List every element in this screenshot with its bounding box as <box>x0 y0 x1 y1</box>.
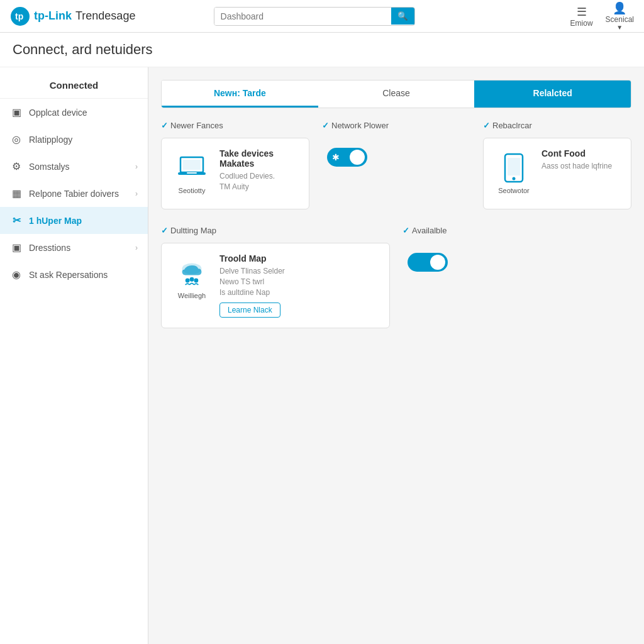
sidebar-item-opplcat[interactable]: ▣ Opplcat device <box>0 99 148 126</box>
chevron-right-icon: › <box>135 189 138 198</box>
svg-point-8 <box>513 177 516 180</box>
card-title-makates: Take devices Makates <box>219 148 299 169</box>
toggle-knob <box>350 150 365 165</box>
sidebar-item-rlatipplogy[interactable]: ◎ Rlatipplogy <box>0 126 148 153</box>
logo-text-bold: tp-Link <box>34 9 72 23</box>
available-toggle[interactable] <box>408 253 448 272</box>
header-right: ☰ Emiow 👤 Scenical ▼ <box>570 1 634 31</box>
search-button[interactable]: 🔍 <box>391 8 414 25</box>
card-icon-box-laptop: Seotiotty <box>172 148 212 199</box>
card-desc-3: Is aultdine Nap <box>219 287 379 298</box>
section-title-newer-fances: Newer Fances <box>161 121 309 130</box>
header-nav-emiow[interactable]: ☰ Emiow <box>570 5 593 28</box>
st-ask-icon: ◉ <box>10 269 23 280</box>
card-desc-1: Delve Tlinas Selder <box>219 266 379 277</box>
card-desc-cont-food: Aass ost hade lqfrine <box>541 161 621 172</box>
feature-col-1: Newer Fances Seotiotty <box>161 121 309 219</box>
tab-relalcted[interactable]: Relalcted <box>474 80 631 108</box>
feature-card-troold-map: Weilliegh Troold Map Delve Tlinas Selder… <box>161 243 390 328</box>
page-title-bar: Connect, ard netuiders <box>0 33 644 67</box>
relpone-icon: ▦ <box>10 187 23 199</box>
sidebar-item-somstalys[interactable]: ⚙ Somstalys › <box>0 153 148 180</box>
sidebar: Connected ▣ Opplcat device ◎ Rlatipplogy… <box>0 67 148 644</box>
dresstions-icon: ▣ <box>10 242 23 253</box>
chevron-right-icon: › <box>135 243 138 252</box>
sidebar-heading: Connected <box>0 72 148 99</box>
svg-rect-7 <box>508 158 520 175</box>
tab-clease[interactable]: Clease <box>318 80 475 108</box>
sidebar-item-label: Relpone Tabier doivers <box>29 189 119 199</box>
svg-text:tp: tp <box>15 11 23 21</box>
emiow-label: Emiow <box>570 19 593 28</box>
sidebar-item-dresstions[interactable]: ▣ Dresstions › <box>0 234 148 261</box>
feature-col-3: Rebaclrcar Seotwotor Cont F <box>483 121 631 219</box>
svg-rect-5 <box>187 172 197 174</box>
header-nav-scenical[interactable]: 👤 Scenical ▼ <box>606 1 634 31</box>
card-title-troold-map: Troold Map <box>219 253 379 264</box>
feature-col-2: Network Plower ✱ <box>322 121 470 219</box>
sidebar-item-label: St ask Repersations <box>29 270 108 280</box>
menu-icon: ☰ <box>577 5 587 19</box>
feature-half-2: Availalble <box>402 226 631 338</box>
section-title-network-plower: Network Plower <box>322 121 470 130</box>
sidebar-item-label: Rlatipplogy <box>29 135 72 145</box>
somstalys-icon: ⚙ <box>10 160 23 172</box>
phone-icon <box>499 153 529 183</box>
sidebar-item-label: 1 hUper Map <box>29 216 82 226</box>
tabs-row: Newн: Tarde Clease Relalcted <box>161 80 631 108</box>
feature-half-1: Dultting Map <box>161 226 390 338</box>
card-icon-label-weilliegh: Weilliegh <box>178 292 206 299</box>
opplcat-icon: ▣ <box>10 106 23 118</box>
chevron-down-icon: ▼ <box>616 24 623 31</box>
card-desc-1: Codlued Devies. <box>219 171 299 182</box>
chevron-right-icon: › <box>135 162 138 171</box>
card-icon-box-phone: Seotwotor <box>494 148 534 199</box>
svg-point-10 <box>186 279 190 283</box>
network-toggle[interactable]: ✱ <box>327 148 367 167</box>
svg-rect-3 <box>183 160 201 170</box>
card-icon-box-cloud: Weilliegh <box>172 253 212 304</box>
sidebar-item-label: Dresstions <box>29 243 70 253</box>
toggle-star-icon: ✱ <box>332 152 340 162</box>
card-body-troold-map: Troold Map Delve Tlinas Selder Newo TS t… <box>219 253 379 318</box>
card-desc-2: TM Auity <box>219 182 299 192</box>
tp-link-logo-icon: tp <box>10 6 30 26</box>
svg-point-11 <box>190 277 194 282</box>
sidebar-item-label: Somstalys <box>29 162 70 172</box>
feature-card-cont-food: Seotwotor Cont Food Aass ost hade lqfrin… <box>483 138 631 209</box>
card-body-cont-food: Cont Food Aass ost hade lqfrine <box>541 148 621 172</box>
upper-map-icon: ✂ <box>10 214 23 226</box>
sidebar-item-upper-map[interactable]: ✂ 1 hUper Map <box>0 207 148 234</box>
sidebar-item-label: Opplcat device <box>29 108 87 118</box>
rlatipplogy-icon: ◎ <box>10 133 23 145</box>
logo-area: tp tp-Link Trendesage <box>10 6 136 26</box>
laptop-icon <box>177 153 207 183</box>
main-layout: Connected ▣ Opplcat device ◎ Rlatipplogy… <box>0 67 644 644</box>
user-icon: 👤 <box>613 1 626 15</box>
logo-text-normal: Trendesage <box>75 9 135 23</box>
section-title-dultting-map: Dultting Map <box>161 226 390 235</box>
tab-newer-tarde[interactable]: Newн: Tarde <box>162 80 318 108</box>
search-input[interactable] <box>214 8 391 25</box>
svg-point-12 <box>194 279 198 283</box>
sidebar-item-relpone[interactable]: ▦ Relpone Tabier doivers › <box>0 180 148 207</box>
content-area: Newн: Tarde Clease Relalcted Newer Fance… <box>148 67 644 644</box>
cloud-people-icon <box>177 258 207 288</box>
search-icon: 🔍 <box>397 11 408 21</box>
card-body-makates: Take devices Makates Codlued Devies. TM … <box>219 148 299 192</box>
feature-card-makates: Seotiotty Take devices Makates Codlued D… <box>161 138 309 209</box>
toggle-knob-right <box>430 255 445 270</box>
feature-row-1: Newer Fances Seotiotty <box>161 121 631 219</box>
sidebar-item-st-ask[interactable]: ◉ St ask Repersations <box>0 261 148 288</box>
search-bar: 🔍 <box>214 7 415 26</box>
feature-row-2: Dultting Map <box>161 226 631 338</box>
card-icon-label-seotiotty: Seotiotty <box>179 187 206 194</box>
learn-nlack-button[interactable]: Learne Nlack <box>219 303 280 318</box>
card-title-cont-food: Cont Food <box>541 148 621 158</box>
section-title-rebaclrcar: Rebaclrcar <box>483 121 631 130</box>
page-title: Connect, ard netuiders <box>13 42 631 58</box>
scenical-label: Scenical <box>606 15 634 24</box>
card-desc-2: Newo TS twrl <box>219 277 379 287</box>
section-title-availalble: Availalble <box>402 226 631 235</box>
header: tp tp-Link Trendesage 🔍 ☰ Emiow 👤 Scenic… <box>0 0 644 33</box>
